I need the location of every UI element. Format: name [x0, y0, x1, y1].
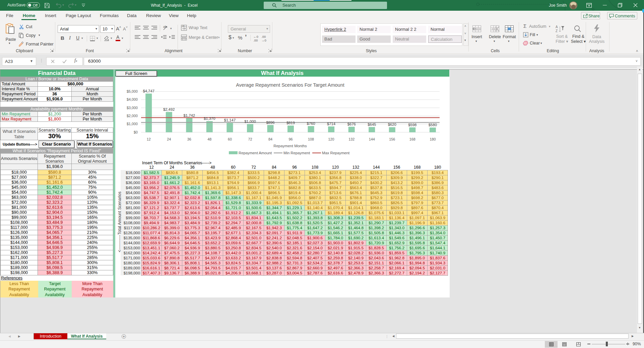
- svg-text:$1,742: $1,742: [184, 113, 195, 117]
- svg-text:12: 12: [147, 137, 151, 141]
- svg-text:$598: $598: [408, 123, 416, 127]
- svg-text:48: 48: [207, 137, 211, 141]
- svg-text:$4,000: $4,000: [127, 97, 138, 101]
- svg-text:$5,000: $5,000: [127, 89, 138, 93]
- svg-text:168: 168: [409, 137, 415, 141]
- svg-text:24: 24: [167, 137, 171, 141]
- svg-text:$3,000: $3,000: [127, 106, 138, 110]
- svg-text:Average Repayment Scenarios Fo: Average Repayment Scenarios For Target A…: [236, 82, 344, 88]
- svg-text:144: 144: [369, 137, 375, 141]
- svg-text:96: 96: [288, 137, 293, 141]
- svg-text:132: 132: [348, 137, 355, 141]
- svg-text:108: 108: [308, 137, 314, 141]
- svg-text:$1,370: $1,370: [204, 116, 215, 120]
- svg-text:$2,000: $2,000: [127, 114, 138, 118]
- svg-text:Min Repayment: Min Repayment: [283, 151, 310, 155]
- svg-text:$645: $645: [368, 122, 376, 126]
- svg-text:Z: Z: [556, 29, 558, 33]
- svg-text:84: 84: [268, 137, 272, 141]
- svg-text:$896: $896: [266, 120, 274, 124]
- svg-text:Repayment Amount: Repayment Amount: [239, 151, 272, 155]
- svg-text:$4,747: $4,747: [143, 89, 154, 93]
- svg-text:72: 72: [248, 137, 252, 141]
- svg-text:$1,000: $1,000: [244, 119, 256, 123]
- svg-text:Repayment Months: Repayment Months: [273, 144, 307, 148]
- svg-text:ab: ab: [163, 25, 167, 28]
- svg-text:36: 36: [187, 137, 191, 141]
- svg-text:$819: $819: [286, 121, 295, 125]
- svg-text:156: 156: [389, 137, 395, 141]
- svg-text:Max Repayment: Max Repayment: [322, 151, 350, 155]
- svg-text:60: 60: [228, 137, 232, 141]
- svg-text:A: A: [556, 25, 558, 29]
- svg-text:$760: $760: [307, 121, 315, 125]
- svg-text:$2,492: $2,492: [163, 107, 175, 111]
- svg-text:120: 120: [328, 137, 334, 141]
- svg-text:$1,000: $1,000: [127, 122, 138, 126]
- svg-text:$620: $620: [388, 122, 396, 126]
- svg-text:$580: $580: [429, 123, 437, 127]
- svg-text:$0: $0: [134, 130, 138, 134]
- svg-text:$714: $714: [327, 122, 335, 126]
- svg-text:ab: ab: [182, 25, 185, 27]
- svg-text:$1,147: $1,147: [224, 118, 236, 122]
- svg-text:180: 180: [430, 137, 436, 141]
- svg-text:$676: $676: [347, 122, 356, 126]
